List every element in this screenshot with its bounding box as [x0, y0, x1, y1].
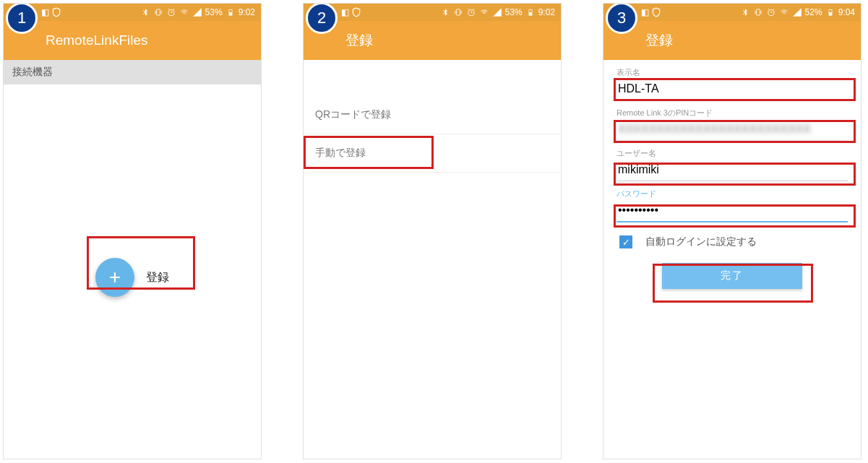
signal-icon: [792, 7, 802, 17]
app-title: RemoteLinkFiles: [46, 33, 148, 48]
battery-icon: [825, 7, 835, 17]
vibrate-icon: [453, 7, 463, 17]
battery-text: 53%: [205, 7, 223, 17]
app-title: 登録: [345, 31, 373, 50]
svg-rect-5: [229, 12, 232, 15]
vibrate-icon: [753, 7, 763, 17]
app-bar: 登録: [603, 21, 861, 60]
contact-icon: ◧: [40, 7, 50, 17]
app-title: 登録: [645, 31, 673, 50]
shield-icon: [651, 7, 661, 17]
bluetooth-icon: [140, 7, 150, 17]
highlight-display-name: [614, 78, 856, 101]
highlight-done: [653, 264, 813, 303]
app-bar: 登録: [304, 21, 561, 60]
vibrate-icon: [153, 7, 163, 17]
step-badge-2: 2: [306, 3, 338, 34]
wifi-sleep-icon: [479, 7, 489, 17]
display-name-label: 表示名: [616, 67, 848, 78]
screen-2: 2 ◧ 53% 9:02 登録 QRコードで登録 手動で登録: [303, 3, 562, 459]
battery-icon: [525, 7, 536, 17]
time-text: 9:02: [538, 7, 555, 17]
username-label: ユーザー名: [616, 148, 848, 159]
status-bar: ◧ 53% 9:02: [304, 4, 561, 21]
contact-icon: ◧: [340, 7, 350, 17]
check-icon: ✓: [622, 237, 630, 248]
wifi-sleep-icon: [179, 7, 189, 17]
app-bar: RemoteLinkFiles: [4, 21, 261, 60]
battery-text: 52%: [805, 7, 822, 17]
alarm-icon: [166, 7, 176, 17]
shield-icon: [51, 7, 61, 17]
battery-icon: [225, 7, 236, 17]
signal-icon: [492, 7, 502, 17]
highlight-register: [87, 236, 195, 290]
pin-label: Remote Link 3のPINコード: [616, 108, 848, 118]
screen-3: 3 ◧ 52% 9:04 登録 表示名 Remote Link 3のPINコード…: [603, 3, 861, 459]
svg-rect-13: [530, 9, 531, 10]
screen-1: 1 ◧ 53% 9:02 RemoteLinkFiles 接続機器 + 登録: [3, 3, 262, 459]
password-label: パスワード: [616, 189, 848, 199]
bluetooth-icon: [740, 7, 750, 17]
highlight-password: [614, 204, 856, 228]
battery-text: 53%: [505, 7, 523, 17]
signal-icon: [192, 7, 202, 17]
contact-icon: ◧: [640, 7, 650, 17]
highlight-manual: [304, 136, 434, 169]
highlight-username: [614, 163, 856, 186]
wifi-sleep-icon: [779, 7, 789, 17]
autologin-checkbox[interactable]: ✓: [619, 235, 632, 248]
status-bar: ◧ 53% 9:02: [4, 4, 261, 21]
autologin-label: 自動ログインに設定する: [645, 235, 757, 248]
alarm-icon: [466, 7, 476, 17]
svg-rect-0: [156, 9, 160, 15]
svg-rect-19: [829, 12, 832, 15]
time-text: 9:04: [838, 7, 855, 17]
svg-rect-20: [830, 9, 831, 10]
step-badge-3: 3: [606, 3, 637, 34]
status-bar: ◧ 52% 9:04: [603, 4, 861, 21]
svg-rect-7: [456, 9, 460, 15]
svg-rect-12: [529, 12, 532, 15]
bluetooth-icon: [440, 7, 450, 17]
highlight-pin: [614, 120, 856, 143]
svg-rect-6: [230, 9, 231, 10]
svg-rect-14: [756, 9, 760, 15]
alarm-icon: [766, 7, 776, 17]
step-badge-1: 1: [6, 3, 38, 34]
shield-icon: [351, 7, 361, 17]
section-header: 接続機器: [4, 60, 261, 85]
option-qr-register[interactable]: QRコードで登録: [304, 96, 561, 134]
time-text: 9:02: [239, 7, 255, 17]
